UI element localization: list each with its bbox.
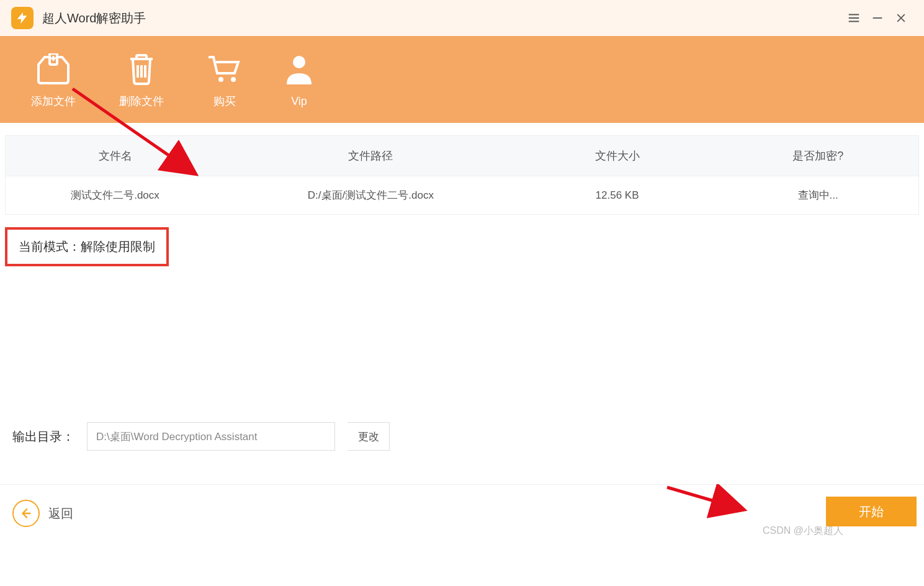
add-file-label: 添加文件: [31, 94, 76, 109]
header-path: 文件路径: [225, 148, 517, 163]
current-mode-label: 当前模式：解除使用限制: [19, 240, 155, 253]
table-header: 文件名 文件路径 文件大小 是否加密?: [6, 136, 918, 176]
cell-size: 12.56 KB: [517, 189, 718, 202]
header-encrypted: 是否加密?: [717, 148, 918, 163]
change-dir-button[interactable]: 更改: [348, 422, 390, 451]
cell-name: 测试文件二号.docx: [6, 188, 225, 202]
back-label: 返回: [48, 505, 73, 522]
footer-separator: [0, 484, 924, 485]
buy-label: 购买: [213, 94, 236, 109]
output-dir-input[interactable]: [87, 422, 335, 451]
toolbar: 添加文件 删除文件 购买 Vip: [0, 36, 924, 123]
titlebar: 超人Word解密助手: [0, 0, 924, 36]
app-logo: [11, 7, 34, 29]
content-area: 文件名 文件路径 文件大小 是否加密? 测试文件二号.docx D:/桌面/测试…: [0, 123, 924, 266]
svg-point-3: [293, 56, 305, 68]
header-size: 文件大小: [517, 148, 718, 163]
watermark: CSDN @小奥超人: [763, 525, 843, 538]
add-file-button[interactable]: 添加文件: [31, 50, 76, 109]
output-row: 输出目录： 更改: [12, 422, 390, 451]
file-table: 文件名 文件路径 文件大小 是否加密? 测试文件二号.docx D:/桌面/测试…: [5, 135, 919, 215]
cart-icon: [207, 50, 242, 88]
svg-line-5: [667, 487, 742, 509]
back-arrow-icon: [12, 500, 40, 527]
annotation-arrow-2: [664, 484, 751, 521]
output-dir-label: 输出目录：: [12, 428, 74, 445]
cell-encrypted: 查询中...: [717, 188, 918, 202]
table-row[interactable]: 测试文件二号.docx D:/桌面/测试文件二号.docx 12.56 KB 查…: [6, 176, 918, 214]
start-button[interactable]: 开始: [826, 497, 917, 526]
vip-button[interactable]: Vip: [285, 52, 313, 108]
svg-point-1: [218, 77, 223, 82]
cell-path: D:/桌面/测试文件二号.docx: [225, 188, 517, 202]
back-button[interactable]: 返回: [12, 500, 73, 527]
minimize-button[interactable]: [866, 6, 889, 30]
user-icon: [285, 52, 313, 89]
trash-icon: [127, 50, 156, 88]
delete-file-label: 删除文件: [119, 94, 164, 109]
add-file-icon: [36, 50, 71, 88]
svg-point-2: [231, 77, 236, 82]
header-name: 文件名: [6, 148, 225, 163]
menu-icon[interactable]: [842, 6, 866, 30]
delete-file-button[interactable]: 删除文件: [119, 50, 164, 109]
buy-button[interactable]: 购买: [207, 50, 242, 109]
vip-label: Vip: [291, 95, 307, 108]
current-mode-box: 当前模式：解除使用限制: [5, 227, 169, 266]
app-title: 超人Word解密助手: [42, 10, 146, 27]
close-button[interactable]: [889, 6, 913, 30]
